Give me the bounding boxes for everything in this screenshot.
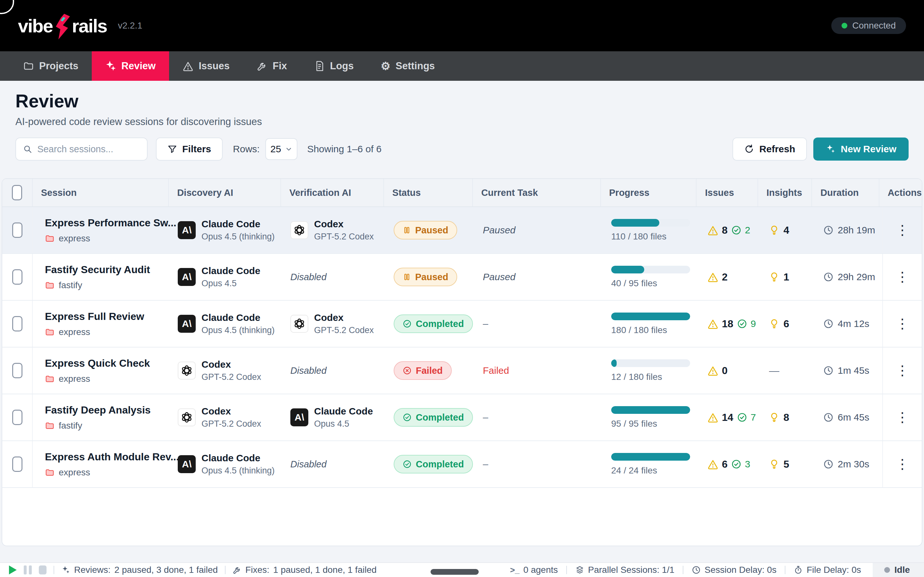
- tab-review[interactable]: Review: [92, 51, 169, 81]
- tab-settings[interactable]: ⚙ Settings: [367, 51, 449, 81]
- warning-triangle-icon: [708, 225, 718, 235]
- issue-count: 6: [722, 458, 728, 470]
- table-row: Express Quick Check express CodexGPT-5.2…: [2, 348, 922, 394]
- rows-per-page-select[interactable]: 25: [265, 138, 297, 160]
- showing-range-label: Showing 1–6 of 6: [307, 143, 381, 155]
- row-checkbox[interactable]: [12, 363, 23, 378]
- table-row: Express Performance Sw... express A\ Cla…: [2, 207, 922, 254]
- row-checkbox[interactable]: [12, 410, 23, 425]
- check-circle-icon: [737, 412, 747, 422]
- progress-label: 110 / 180 files: [611, 231, 699, 242]
- tab-projects[interactable]: Projects: [10, 51, 92, 81]
- sparkles-icon: [105, 61, 116, 71]
- cursor-ring: [0, 0, 14, 14]
- lightning-bolt-icon: [51, 13, 74, 40]
- lightbulb-icon: [769, 225, 779, 235]
- col-progress: Progress: [601, 179, 697, 206]
- play-button[interactable]: [9, 566, 17, 574]
- row-actions-menu[interactable]: ⋮: [896, 317, 909, 330]
- row-checkbox[interactable]: [12, 456, 23, 472]
- layers-icon: [575, 566, 584, 574]
- session-title[interactable]: Express Performance Sw...: [45, 217, 170, 229]
- progress-label: 95 / 95 files: [611, 419, 699, 429]
- fixes-summary: Fixes: 1 paused, 1 done, 1 failed: [233, 565, 376, 575]
- row-actions-menu[interactable]: ⋮: [896, 364, 909, 377]
- filters-button[interactable]: Filters: [156, 137, 223, 161]
- terminal-icon: >_: [510, 565, 520, 575]
- session-title[interactable]: Express Quick Check: [45, 358, 170, 369]
- search-sessions-box[interactable]: [15, 137, 148, 161]
- folder-icon: [23, 61, 34, 71]
- row-actions-menu[interactable]: ⋮: [896, 458, 909, 471]
- reviews-summary: Reviews: 2 paused, 3 done, 1 failed: [61, 565, 218, 575]
- session-title[interactable]: Express Auth Module Rev...: [45, 451, 170, 463]
- app-logo: vibe rails: [18, 12, 107, 39]
- main-nav: Projects Review Issues Fix Logs ⚙ Settin…: [0, 51, 924, 81]
- row-checkbox[interactable]: [12, 269, 23, 285]
- status-badge: Paused: [394, 221, 457, 239]
- tab-issues[interactable]: Issues: [169, 51, 243, 81]
- current-task: –: [483, 459, 488, 470]
- progress-bar: [611, 313, 690, 320]
- gear-icon: ⚙: [381, 61, 391, 71]
- issue-count: 0: [722, 365, 728, 377]
- session-title[interactable]: Fastify Deep Analysis: [45, 404, 170, 416]
- issue-count: 8: [722, 224, 728, 236]
- verification-disabled: Disabled: [290, 459, 326, 470]
- warning-triangle-icon: [708, 412, 718, 423]
- check-circle-icon: [737, 319, 747, 329]
- clock-icon: [823, 225, 834, 235]
- tab-logs[interactable]: Logs: [300, 51, 367, 81]
- pause-button[interactable]: [24, 566, 32, 574]
- connection-status-badge: Connected: [831, 17, 906, 34]
- issue-count: 14: [722, 412, 733, 424]
- row-actions-menu[interactable]: ⋮: [896, 411, 909, 424]
- clock-icon: [823, 319, 834, 329]
- current-task: Paused: [483, 225, 515, 235]
- file-delay: File Delay: 0s: [794, 565, 861, 575]
- project-name: express: [59, 467, 90, 478]
- insight-count: 1: [783, 271, 789, 283]
- clock-icon: [823, 272, 834, 282]
- stop-button[interactable]: [39, 566, 47, 574]
- search-input[interactable]: [37, 144, 140, 155]
- idle-status-chip: Idle: [873, 563, 924, 577]
- rows-label: Rows:: [233, 143, 260, 155]
- search-icon: [23, 144, 32, 154]
- lightbulb-icon: [769, 412, 779, 422]
- duration: 4m 12s: [838, 318, 869, 329]
- project-name: express: [59, 234, 90, 243]
- row-actions-menu[interactable]: ⋮: [896, 270, 909, 284]
- clock-icon: [823, 459, 834, 469]
- project-name: express: [59, 327, 90, 337]
- progress-bar: [611, 219, 690, 227]
- row-checkbox[interactable]: [12, 222, 23, 238]
- session-title[interactable]: Express Full Review: [45, 311, 170, 322]
- page-title: Review: [15, 90, 78, 111]
- row-checkbox[interactable]: [12, 316, 23, 332]
- tab-fix[interactable]: Fix: [243, 51, 300, 81]
- sessions-table: Session Discovery AI Verification AI Sta…: [2, 178, 922, 546]
- check-circle-icon: [403, 460, 412, 469]
- warning-triangle-icon: [708, 318, 718, 329]
- home-indicator: [431, 569, 479, 575]
- warning-triangle-icon: [183, 61, 194, 71]
- row-actions-menu[interactable]: ⋮: [896, 223, 909, 237]
- verification-disabled: Disabled: [290, 366, 326, 376]
- pause-icon: [403, 273, 411, 281]
- divider: [53, 566, 54, 574]
- progress-bar: [611, 266, 690, 274]
- table-row: Fastify Deep Analysis fastify CodexGPT-5…: [2, 394, 922, 441]
- openai-logo-icon: [290, 221, 309, 239]
- refresh-button[interactable]: Refresh: [732, 137, 807, 161]
- session-title[interactable]: Fastify Security Audit: [45, 264, 170, 276]
- resolved-count: 9: [751, 318, 756, 329]
- project-folder-icon: [45, 327, 55, 337]
- app-version: v2.2.1: [118, 21, 142, 31]
- project-name: express: [59, 374, 90, 384]
- lightbulb-icon: [769, 272, 779, 282]
- select-all-checkbox[interactable]: [12, 185, 22, 200]
- new-review-button[interactable]: New Review: [813, 137, 909, 161]
- wrench-icon: [233, 566, 242, 574]
- anthropic-logo-icon: A\: [178, 268, 196, 286]
